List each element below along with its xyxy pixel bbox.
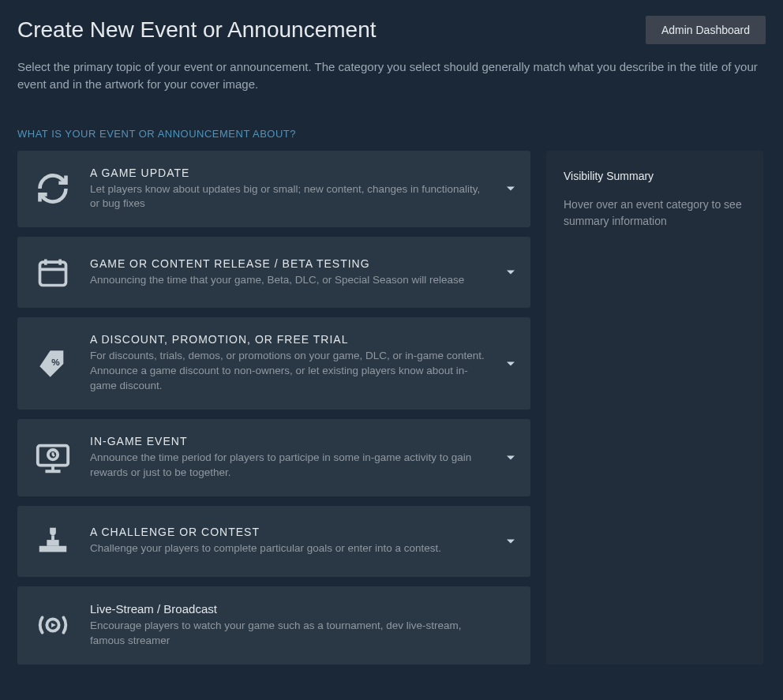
category-title: A CHALLENGE OR CONTEST bbox=[90, 526, 491, 538]
broadcast-icon bbox=[33, 605, 73, 645]
category-desc: Announce the time period for players to … bbox=[90, 451, 491, 481]
category-desc: Let players know about updates big or sm… bbox=[90, 182, 491, 212]
chevron-down-icon bbox=[507, 361, 515, 365]
category-ingame-event[interactable]: IN-GAME EVENT Announce the time period f… bbox=[17, 419, 530, 496]
category-title: IN-GAME EVENT bbox=[90, 435, 491, 447]
refresh-icon bbox=[33, 169, 73, 208]
chevron-down-icon bbox=[507, 539, 515, 543]
section-label: WHAT IS YOUR EVENT OR ANNOUNCEMENT ABOUT… bbox=[17, 128, 766, 140]
category-desc: Challenge your players to complete parti… bbox=[90, 541, 491, 556]
category-desc: Encourage players to watch your game suc… bbox=[90, 619, 491, 649]
svg-rect-5 bbox=[39, 545, 67, 552]
category-game-update[interactable]: A GAME UPDATE Let players know about upd… bbox=[17, 151, 530, 228]
category-livestream[interactable]: Live-Stream / Broadcast Encourage player… bbox=[17, 586, 530, 664]
chevron-down-icon bbox=[507, 271, 515, 275]
sidebar-desc: Hover over an event category to see summ… bbox=[564, 197, 746, 230]
page-title: Create New Event or Announcement bbox=[17, 17, 376, 43]
visibility-summary-panel: Visibility Summary Hover over an event c… bbox=[546, 151, 763, 664]
sidebar-title: Visibility Summary bbox=[564, 170, 746, 182]
category-release-beta[interactable]: GAME OR CONTENT RELEASE / BETA TESTING A… bbox=[17, 237, 530, 308]
category-title: Live-Stream / Broadcast bbox=[90, 602, 491, 616]
trophy-podium-icon bbox=[33, 522, 73, 561]
category-list: A GAME UPDATE Let players know about upd… bbox=[17, 151, 530, 664]
calendar-icon bbox=[33, 253, 73, 292]
category-challenge-contest[interactable]: A CHALLENGE OR CONTEST Challenge your pl… bbox=[17, 506, 530, 577]
chevron-down-icon bbox=[507, 187, 515, 191]
admin-dashboard-button[interactable]: Admin Dashboard bbox=[646, 16, 766, 44]
chevron-down-icon bbox=[507, 455, 515, 459]
category-desc: Announcing the time that your game, Beta… bbox=[90, 273, 491, 288]
category-title: A DISCOUNT, PROMOTION, OR FREE TRIAL bbox=[90, 333, 491, 346]
category-discount-promo[interactable]: % A DISCOUNT, PROMOTION, OR FREE TRIAL F… bbox=[17, 317, 530, 410]
svg-text:%: % bbox=[51, 356, 60, 366]
category-desc: For discounts, trials, demos, or promoti… bbox=[90, 349, 491, 394]
svg-rect-4 bbox=[47, 540, 58, 546]
svg-rect-0 bbox=[40, 262, 66, 285]
tag-icon: % bbox=[33, 344, 73, 384]
category-title: A GAME UPDATE bbox=[90, 167, 491, 179]
monitor-clock-icon bbox=[33, 438, 73, 477]
category-title: GAME OR CONTENT RELEASE / BETA TESTING bbox=[90, 257, 491, 270]
page-description: Select the primary topic of your event o… bbox=[17, 58, 759, 93]
